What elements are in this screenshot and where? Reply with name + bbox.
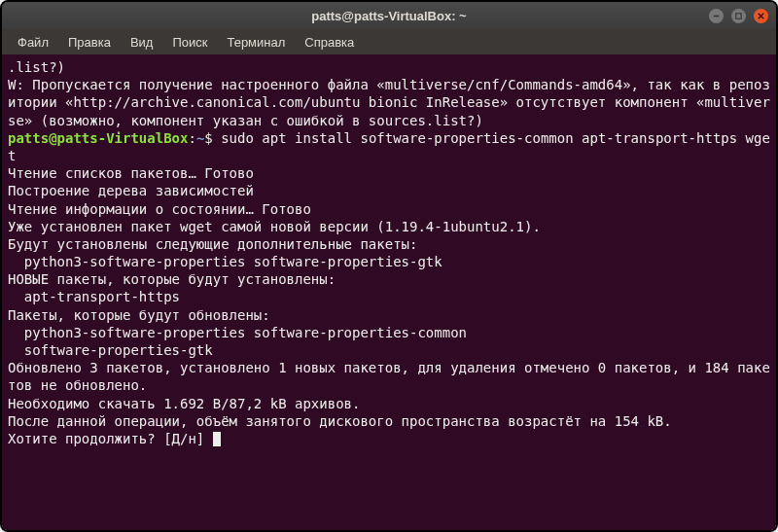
terminal-output-line: Пакеты, которые будут обновлены: (8, 307, 270, 323)
terminal-output-line: Будут установлены следующие дополнительн… (8, 236, 417, 252)
menu-search[interactable]: Поиск (164, 32, 215, 53)
menu-terminal[interactable]: Терминал (219, 32, 293, 53)
maximize-icon (734, 12, 743, 20)
close-icon (757, 12, 765, 20)
terminal-output-line: Построение дерева зависимостей (8, 183, 254, 198)
terminal-output-line: .list?) (8, 59, 65, 75)
menu-edit[interactable]: Правка (60, 32, 119, 53)
terminal-output-line: Уже установлен пакет wget самой новой ве… (8, 219, 541, 234)
cursor (213, 432, 221, 446)
menu-help[interactable]: Справка (297, 32, 362, 53)
menu-view[interactable]: Вид (123, 32, 161, 53)
terminal-output-line: Чтение информации о состоянии… Готово (8, 201, 311, 217)
titlebar: patts@patts-VirtualBox: ~ (2, 2, 776, 29)
terminal-output-line: Чтение списков пакетов… Готово (8, 165, 254, 181)
terminal-output-line: НОВЫЕ пакеты, которые будут установлены: (8, 271, 336, 287)
prompt-user: patts@patts-VirtualBox (8, 130, 188, 146)
terminal-output-line: W: Пропускается получение настроенного ф… (8, 77, 770, 127)
menu-file[interactable]: Файл (10, 32, 56, 53)
terminal-output-line: После данной операции, объём занятого ди… (8, 413, 672, 429)
terminal-output-line: Необходимо скачать 1.692 B/87,2 kB архив… (8, 396, 360, 411)
svg-rect-1 (736, 13, 741, 18)
terminal-input-prompt[interactable]: Хотите продолжить? [Д/н] (8, 431, 213, 446)
terminal-output-line: python3-software-properties software-pro… (8, 325, 467, 340)
terminal-prompt-line: patts@patts-VirtualBox:~$ sudo apt insta… (8, 130, 770, 163)
window-controls (709, 9, 768, 23)
minimize-icon (712, 12, 721, 20)
terminal-output-line: software-properties-gtk (8, 342, 213, 358)
terminal-output-line: Обновлено 3 пакетов, установлено 1 новых… (8, 360, 770, 393)
maximize-button[interactable] (731, 9, 746, 23)
terminal-output-line: python3-software-properties software-pro… (8, 254, 442, 269)
terminal-output-line: apt-transport-https (8, 289, 180, 304)
minimize-button[interactable] (709, 9, 724, 23)
menubar: Файл Правка Вид Поиск Терминал Справка (2, 29, 776, 54)
terminal-window: patts@patts-VirtualBox: ~ Файл Правка Ви… (2, 2, 776, 530)
close-button[interactable] (754, 9, 768, 23)
window-title: patts@patts-VirtualBox: ~ (311, 9, 466, 23)
terminal-body[interactable]: .list?) W: Пропускается получение настро… (2, 54, 776, 530)
